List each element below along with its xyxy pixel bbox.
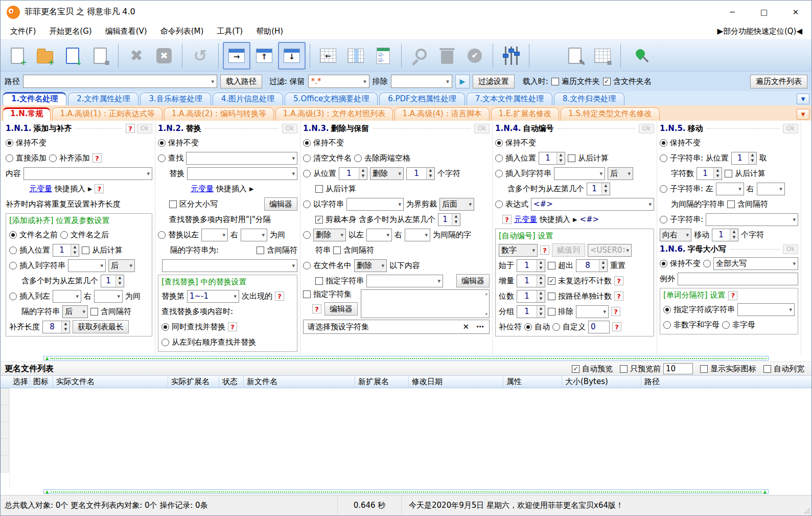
dropdown[interactable]: 后▾ — [608, 167, 633, 180]
ok-button[interactable]: Ok — [474, 124, 490, 133]
action-button[interactable]: 编辑器 — [456, 274, 490, 287]
dropdown[interactable]: ▾ — [366, 229, 392, 241]
action-button[interactable]: 编辑器 — [264, 197, 297, 211]
radio-option[interactable]: 去除两端空格 — [354, 153, 410, 163]
meta-variable-link[interactable]: 元变量 — [191, 184, 214, 194]
charset-textarea[interactable]: ▴▾ — [361, 289, 490, 318]
tab-overflow-button[interactable]: ▼ — [797, 109, 809, 120]
spin-down-icon[interactable]: ▼ — [730, 235, 738, 241]
column-header[interactable]: 状态 — [219, 376, 244, 388]
spinner-arrows[interactable]: ▲▼ — [713, 168, 722, 180]
radio-option[interactable]: 插入到左 — [9, 291, 50, 301]
spinner-arrows[interactable]: ▲▼ — [115, 275, 124, 287]
dropdown[interactable]: <USER0>▾ — [588, 244, 632, 257]
checkbox-option[interactable]: ✓未复选行不计数 — [548, 276, 612, 286]
spin-up-icon[interactable]: ▲ — [452, 214, 460, 220]
preset-charset-box[interactable]: 请选择预设字符集✕⋯ — [303, 320, 490, 334]
radio-option[interactable]: 替换以左 — [158, 230, 199, 240]
spin-up-icon[interactable]: ▲ — [62, 321, 69, 327]
execute-check-icon[interactable]: ✔ — [461, 42, 489, 70]
spin-up-icon[interactable]: ▲ — [116, 275, 124, 281]
action-button[interactable]: 获取列表最长 — [73, 320, 129, 333]
help-button[interactable]: ? — [614, 291, 623, 301]
spinner[interactable]: 1▲▼ — [731, 152, 757, 165]
dropdown[interactable]: ▾ — [162, 259, 297, 272]
text-input[interactable] — [678, 273, 798, 285]
spinner[interactable]: 1▲▼ — [406, 167, 435, 180]
ok-button[interactable]: Ok — [783, 244, 798, 254]
radio-option[interactable]: 子字符串: 从位置 — [660, 153, 729, 163]
help-button[interactable]: ? — [92, 153, 102, 163]
checkbox-option[interactable]: 从后计算 — [725, 169, 765, 178]
checkbox-option[interactable]: 含间隔符 — [727, 199, 768, 209]
dropdown[interactable]: ▾ — [24, 167, 152, 180]
radio-option[interactable]: 表达式 — [495, 199, 528, 209]
radio-option[interactable]: 保持不变 — [303, 138, 344, 148]
column-header[interactable]: 新文件名 — [244, 376, 355, 388]
menu-item[interactable]: 帮助(H) — [249, 25, 290, 38]
dropdown[interactable]: 数字▾ — [499, 244, 538, 257]
radio-option[interactable]: 子字符串: — [660, 215, 703, 225]
spin-down-icon[interactable]: ▼ — [557, 158, 565, 164]
menu-item[interactable]: 开始更名(G) — [42, 25, 98, 38]
radio-option[interactable]: 直接添加 — [6, 153, 47, 163]
spinner[interactable]: 1▲▼ — [587, 183, 610, 195]
auto-preview-checkbox[interactable]: ✓自动预览 — [572, 364, 613, 374]
help-button[interactable]: ? — [95, 184, 104, 193]
dropdown[interactable]: ▾ — [94, 290, 123, 303]
radio-option[interactable]: 保持不变 — [660, 259, 701, 268]
spin-up-icon[interactable]: ▲ — [537, 275, 545, 281]
preview-search-icon[interactable] — [406, 42, 433, 70]
dropdown[interactable]: ▾ — [554, 167, 605, 180]
radio-option[interactable]: 子字符串: 左 — [660, 184, 713, 194]
expand-arrow-icon[interactable]: ▶ — [573, 216, 577, 223]
spin-up-icon[interactable]: ▲ — [71, 244, 79, 251]
dropdown[interactable]: ▾ — [241, 229, 267, 241]
radio-option[interactable]: 插入位置 — [9, 245, 50, 255]
file-table-empty-area[interactable] — [10, 388, 811, 488]
spin-up-icon[interactable]: ▲ — [730, 229, 738, 235]
checkbox-option[interactable]: 从后计算 — [315, 184, 356, 194]
row-selector-cell[interactable] — [1, 439, 9, 456]
menu-item[interactable]: 文件(F) — [4, 25, 42, 38]
charset-checkbox[interactable]: 指定字符集 — [303, 289, 358, 299]
layout-bottom-panel-icon[interactable]: ↓ — [278, 42, 306, 70]
exclude-dropdown[interactable]: ▾ — [391, 75, 452, 88]
spin-down-icon[interactable]: ▼ — [537, 311, 545, 318]
spin-down-icon[interactable]: ▼ — [599, 265, 607, 272]
help-button[interactable]: ? — [612, 322, 621, 331]
dropdown[interactable]: 后▾ — [62, 305, 88, 318]
radio-option[interactable]: 非数字和字母 — [663, 320, 720, 330]
radio-option[interactable]: 查找 — [158, 153, 183, 163]
dropdown[interactable]: ▾ — [706, 213, 798, 226]
spin-up-icon[interactable]: ▲ — [714, 168, 722, 174]
tab-4[interactable]: 4.图片信息处理 — [213, 93, 283, 105]
help-button[interactable]: ? — [228, 322, 237, 331]
column-header[interactable]: 新扩展名 — [355, 376, 409, 388]
spinner[interactable]: 1▲▼ — [712, 229, 738, 241]
spinner-arrows[interactable]: ▲▼ — [599, 260, 607, 272]
checkbox-option[interactable]: 排除 — [548, 307, 573, 317]
row-selector-cell[interactable] — [1, 422, 9, 439]
spinner[interactable]: 1▲▼ — [517, 259, 545, 272]
scroll-up-icon[interactable]: ▴ — [485, 291, 488, 296]
radio-option[interactable]: 插入到字符串 — [495, 169, 551, 178]
splitter-top[interactable]: ▲ — [1, 355, 811, 362]
preview-count-input[interactable]: 10 — [663, 363, 693, 374]
meta-variable-link[interactable]: 元变量 — [29, 184, 52, 194]
spinner-arrows[interactable]: ▲▼ — [426, 168, 434, 180]
meta-variable-link[interactable]: 元变量 — [514, 215, 537, 225]
dropdown[interactable]: 向右▾ — [660, 229, 691, 241]
spin-up-icon[interactable]: ▲ — [537, 290, 545, 297]
preview-first-checkbox[interactable]: 只预览前 — [620, 364, 661, 374]
tab-2[interactable]: 1.A.高级(1)：正则表达式等 — [52, 107, 162, 121]
checkbox-option[interactable]: 按路径单独计数 — [548, 291, 612, 301]
spinner-arrows[interactable]: ▲▼ — [452, 214, 460, 226]
radio-option[interactable]: 保持不变 — [495, 138, 536, 148]
radio-option[interactable] — [703, 260, 711, 267]
include-folder-name-checkbox[interactable]: ✓含文件夹名 — [603, 77, 652, 86]
spin-down-icon[interactable]: ▼ — [602, 189, 610, 195]
spinner-arrows[interactable]: ▲▼ — [537, 260, 545, 272]
new-list-icon[interactable]: + — [4, 42, 31, 70]
delete-files-icon[interactable] — [433, 42, 461, 70]
